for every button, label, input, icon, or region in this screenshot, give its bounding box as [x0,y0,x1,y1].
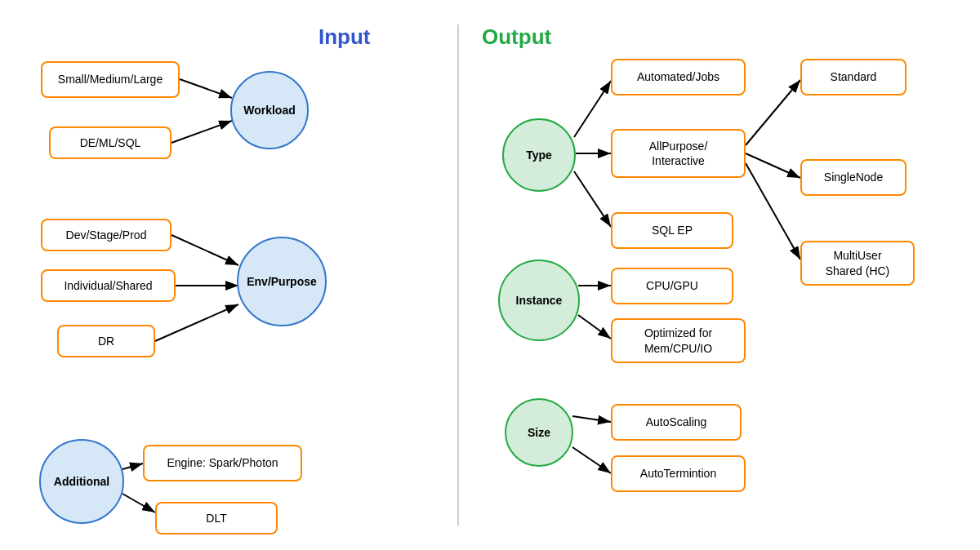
arrow-env-dr [155,304,238,341]
label-output: Output [482,24,551,50]
box-standard: Standard [800,59,906,95]
circle-env-purpose: Env/Purpose [237,237,327,326]
arrow-env-dev [172,235,238,265]
arrow-instance-optimized [578,315,611,339]
box-de-ml-sql: DE/ML/SQL [49,126,172,159]
box-dr: DR [57,325,155,357]
box-autotermintion: AutoTermintion [611,455,746,492]
arrow-size-autoscaling [572,416,611,422]
box-dlt: DLT [155,502,278,534]
box-autoscaling: AutoScaling [611,404,742,441]
box-automated-jobs: Automated/Jobs [611,59,746,95]
circle-size: Size [505,398,573,467]
box-sql-ep: SQL EP [611,212,733,249]
arrow-workload-small [180,79,232,98]
circle-instance: Instance [498,259,580,341]
arrow-allpurpose-multi [746,163,800,259]
circle-workload: Workload [230,71,309,149]
arrow-allpurpose-standard [746,80,800,145]
circle-type: Type [502,118,576,192]
arrow-add-engine [122,464,143,469]
arrow-type-sql [574,171,611,227]
label-input: Input [318,24,371,50]
box-individual-shared: Individual/Shared [41,269,176,302]
box-optimized-mem: Optimized for Mem/CPU/IO [611,318,746,363]
arrow-add-dlt [122,494,155,512]
box-dev-stage-prod: Dev/Stage/Prod [41,219,172,251]
divider [457,24,459,526]
box-allpurpose-interactive: AllPurpose/ Interactive [611,129,746,178]
arrow-workload-de [172,121,232,143]
box-single-node: SingleNode [800,159,906,196]
box-small-med-large: Small/Medium/Large [41,61,180,98]
diagram-container: Input Output Workload Env/Purpose Additi… [0,0,980,550]
arrow-type-auto [574,81,611,137]
arrow-allpurpose-single [746,153,800,178]
box-multiuser-shared: MultiUser Shared (HC) [800,241,915,286]
box-cpu-gpu: CPU/GPU [611,268,733,304]
circle-additional: Additional [39,439,124,524]
box-engine-spark: Engine: Spark/Photon [143,445,302,481]
arrow-size-autoterm [572,447,611,473]
